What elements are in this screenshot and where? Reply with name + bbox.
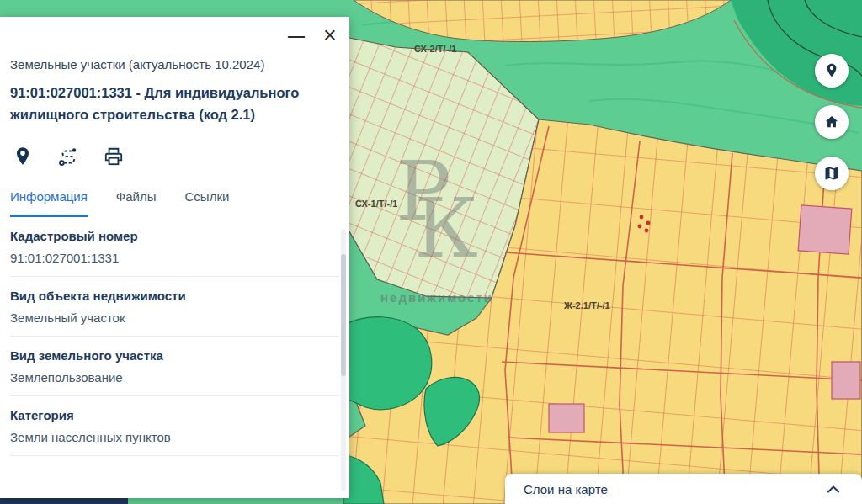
close-button[interactable]: × [316, 21, 344, 50]
printer-icon [103, 146, 125, 167]
show-on-map-button[interactable] [12, 146, 34, 167]
field-label: Вид объекта недвижимости [10, 289, 339, 303]
route-button[interactable] [57, 146, 79, 167]
chevron-up-icon[interactable] [827, 485, 840, 493]
field-label: Категория [10, 408, 339, 422]
parcel-heading: 91:01:027001:1331 - Для индивидуального … [10, 82, 340, 125]
panel-toolbar [12, 146, 339, 167]
field-object-type: Вид объекта недвижимости Земельный участ… [10, 277, 339, 337]
layers-panel-label: Слои на карте [524, 482, 608, 496]
location-pin-icon [823, 62, 840, 79]
tab-files[interactable]: Файлы [116, 189, 157, 217]
app-screen: СХ-2/Т/-/1 СХ-1/Т/-/1 Ж-2.1/Т/-/1 Р К не… [0, 0, 862, 504]
fields-list: Кадастровый номер 91:01:027001:1331 Вид … [10, 217, 339, 456]
map-layers-button[interactable] [815, 157, 849, 190]
field-parcel-kind: Вид земельного участка Землепользование [10, 337, 339, 396]
panel-title: Земельные участки (актуальность 10.2024) [10, 57, 339, 72]
home-icon [823, 114, 840, 130]
home-button[interactable] [815, 105, 849, 139]
field-value: Земельный участок [10, 310, 339, 325]
locate-button[interactable] [815, 54, 849, 88]
panel-tabs: Информация Файлы Ссылки [10, 189, 339, 217]
location-pin-icon [12, 146, 34, 167]
field-category: Категория Земли населенных пунктов [10, 396, 339, 456]
field-value: Землепользование [10, 370, 339, 385]
field-cadastral-number: Кадастровый номер 91:01:027001:1331 [10, 217, 339, 277]
info-panel: — × Земельные участки (актуальность 10.2… [0, 17, 349, 498]
field-label: Кадастровый номер [10, 229, 339, 243]
map-dark-strip [0, 498, 128, 504]
map-icon [823, 165, 840, 182]
map-layers-panel[interactable]: Слои на карте [505, 474, 862, 504]
field-value: 91:01:027001:1331 [10, 251, 339, 265]
tab-information[interactable]: Информация [10, 189, 88, 217]
scrollbar-thumb[interactable] [341, 254, 346, 376]
route-icon [57, 146, 79, 167]
field-value: Земли населенных пунктов [10, 430, 339, 444]
field-label: Вид земельного участка [10, 348, 339, 363]
minimize-button[interactable]: — [282, 21, 311, 50]
panel-window-controls: — × [0, 17, 349, 54]
print-button[interactable] [103, 146, 125, 167]
tab-links[interactable]: Ссылки [185, 189, 230, 217]
panel-scrollbar[interactable] [341, 229, 346, 491]
